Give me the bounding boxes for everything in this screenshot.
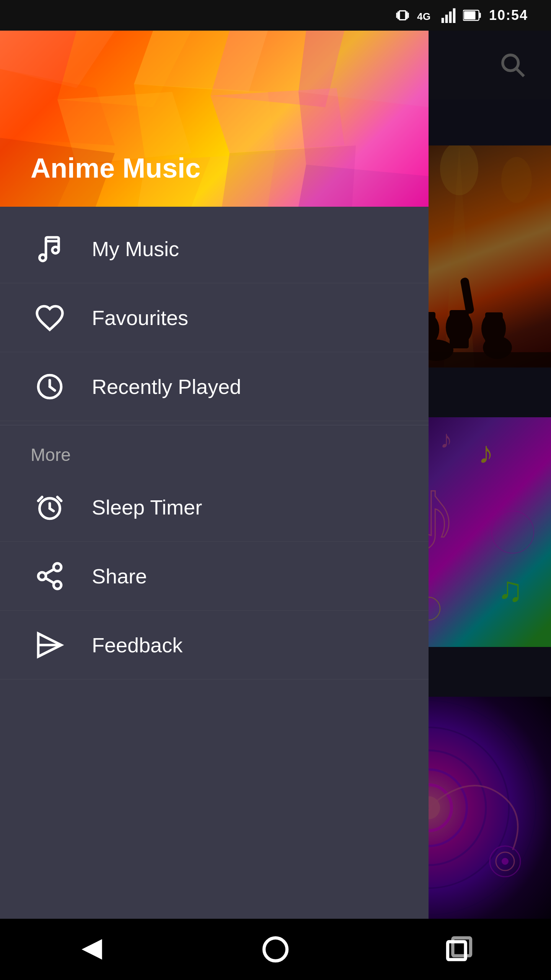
svg-rect-7 [445,15,448,23]
svg-rect-73 [46,237,59,241]
share-label: Share [92,564,147,588]
svg-point-86 [54,563,61,571]
nav-back-button[interactable] [69,926,115,972]
music-note-icon [31,230,69,268]
svg-line-89 [46,578,54,583]
drawer-header: Anime Music [0,31,429,207]
clock-icon [31,368,69,406]
alarm-clock-icon [31,488,69,526]
favourites-label: Favourites [92,306,188,330]
nav-recent-button[interactable] [436,926,482,972]
4g-icon: 4G [417,8,434,23]
svg-rect-0 [399,11,406,20]
svg-rect-6 [442,18,444,23]
share-icon [31,557,69,595]
recent-icon [444,934,474,965]
send-icon [31,626,69,664]
svg-rect-8 [449,11,452,23]
status-bar: 4G 10:54 [0,0,551,31]
menu-item-share[interactable]: Share [0,542,429,611]
back-icon [77,934,107,965]
home-icon [260,934,291,965]
menu-item-recently-played[interactable]: Recently Played [0,352,429,421]
more-section-header: More [0,429,429,473]
status-time: 10:54 [489,7,528,23]
svg-point-94 [264,938,287,961]
sleep-timer-label: Sleep Timer [92,495,202,519]
svg-point-77 [52,247,59,253]
status-icons: 4G 10:54 [395,7,528,23]
navigation-bar [0,919,551,980]
svg-rect-9 [453,8,456,23]
menu-item-sleep-timer[interactable]: Sleep Timer [0,473,429,542]
svg-rect-12 [464,11,475,20]
svg-point-88 [54,581,61,589]
svg-line-83 [50,508,54,511]
navigation-drawer: Anime Music My Music [0,31,429,980]
app-title: Anime Music [31,152,201,184]
recently-played-label: Recently Played [92,375,241,399]
svg-line-90 [46,569,54,574]
nav-home-button[interactable] [253,926,298,972]
signal-icon [441,8,456,23]
heart-icon [31,299,69,337]
svg-point-76 [39,255,46,261]
svg-rect-11 [479,13,481,18]
svg-point-87 [38,572,46,580]
my-music-label: My Music [92,237,179,261]
menu-item-my-music[interactable]: My Music [0,214,429,283]
feedback-label: Feedback [92,633,183,657]
menu-divider [0,425,429,425]
menu-item-favourites[interactable]: Favourites [0,283,429,352]
menu-item-feedback[interactable]: Feedback [0,611,429,679]
vibrate-icon [395,8,410,23]
battery-icon [463,8,482,22]
svg-line-85 [57,497,61,501]
drawer-menu: My Music Favourites Recently Played [0,207,429,980]
svg-line-84 [38,497,42,501]
svg-text:4G: 4G [417,11,430,22]
svg-line-80 [50,387,55,390]
svg-marker-93 [82,939,102,959]
